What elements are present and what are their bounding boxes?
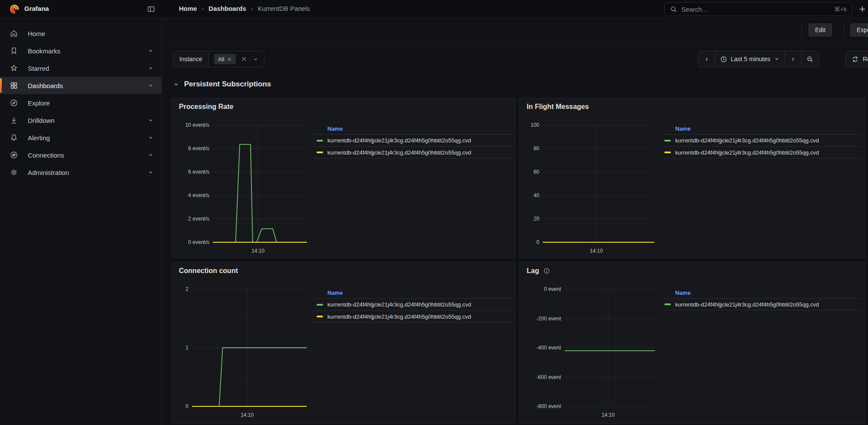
y-axis-tick-label: -600 event bbox=[520, 374, 561, 381]
app-title: Grafana bbox=[24, 5, 49, 12]
y-axis-tick-label: -800 event bbox=[520, 403, 561, 410]
add-icon[interactable] bbox=[858, 5, 867, 13]
chart-area[interactable]: 10 event/s8 event/s6 event/s4 event/s2 e… bbox=[172, 99, 515, 257]
export-button[interactable]: Export bbox=[850, 23, 868, 36]
legend-row[interactable]: kurrentdb-d24f4hljjcle21j4r3cg.d24f4h5g0… bbox=[313, 134, 512, 146]
sidebar-item-drilldown[interactable]: Drilldown bbox=[0, 112, 162, 129]
series-line-green bbox=[192, 348, 307, 406]
legend-series-name[interactable]: kurrentdb-d24f4hljjcle21j4r3cg.d24f4h5g0… bbox=[675, 137, 819, 144]
divider bbox=[802, 25, 802, 36]
y-axis-tick-label: -200 event bbox=[520, 315, 561, 322]
time-range-picker-button[interactable]: Last 5 minutes bbox=[715, 51, 785, 67]
sidebar-item-administration[interactable]: Administration bbox=[0, 164, 162, 181]
search-input[interactable]: Search... ⌘+k bbox=[664, 2, 852, 16]
search-shortcut: ⌘+k bbox=[834, 6, 847, 13]
legend-header-label[interactable]: Name bbox=[327, 290, 343, 296]
chevron-down-icon[interactable] bbox=[147, 82, 154, 89]
top-bar: Grafana Home›Dashboards›KurrentDB Panels… bbox=[0, 0, 868, 18]
chevron-down-icon[interactable] bbox=[147, 169, 154, 176]
legend-series-name[interactable]: kurrentdb-d24f4hljjcle21j4r3cg.d24f4h5g0… bbox=[327, 137, 471, 144]
legend-series-name[interactable]: kurrentdb-d24f4hljjcle21j4r3cg.d24f4h5g0… bbox=[327, 313, 471, 320]
y-axis-tick-label: 8 event/s bbox=[172, 145, 209, 152]
sidebar-item-label: Bookmarks bbox=[28, 47, 60, 55]
zoom-out-button[interactable] bbox=[801, 51, 818, 67]
gear-icon bbox=[10, 168, 18, 177]
legend-row[interactable]: kurrentdb-d24f4hljjcle21j4r3cg.d24f4h5g0… bbox=[661, 134, 862, 146]
sidebar-item-connections[interactable]: Connections bbox=[0, 146, 162, 164]
series-plot bbox=[565, 289, 655, 406]
chevron-down-icon[interactable] bbox=[147, 117, 154, 124]
section-title: Persistent Subscriptions bbox=[184, 80, 271, 89]
legend-header: Name bbox=[313, 123, 512, 134]
chevron-down-icon[interactable] bbox=[147, 134, 154, 141]
legend-header: Name bbox=[313, 287, 512, 298]
panel-processing-rate: Processing Rate 10 event/s8 event/s6 eve… bbox=[172, 98, 515, 258]
time-range-controls: Last 5 minutes bbox=[698, 51, 819, 67]
refresh-button[interactable]: Refresh bbox=[845, 51, 868, 67]
x-axis-tick-label: 14:10 bbox=[591, 412, 625, 418]
chevron-down-icon[interactable] bbox=[147, 152, 154, 158]
time-range-label: Last 5 minutes bbox=[731, 56, 770, 63]
y-axis-tick-label: 40 bbox=[520, 192, 539, 199]
section-persistent-subscriptions[interactable]: Persistent Subscriptions bbox=[173, 80, 271, 89]
x-axis-tick-label: 14:10 bbox=[230, 412, 264, 418]
legend-row[interactable]: kurrentdb-d24f4hljjcle21j4r3cg.d24f4h5g0… bbox=[313, 298, 512, 310]
chevron-down-icon[interactable] bbox=[147, 47, 154, 54]
legend-header-label[interactable]: Name bbox=[675, 290, 690, 296]
legend-header-label[interactable]: Name bbox=[327, 125, 343, 132]
sidebar-item-alerting[interactable]: Alerting bbox=[0, 129, 162, 146]
sidebar-item-label: Dashboards bbox=[28, 82, 63, 89]
sidebar-item-starred[interactable]: Starred bbox=[0, 59, 162, 77]
y-axis-tick-label: 0 event bbox=[520, 286, 561, 293]
legend-row[interactable]: kurrentdb-d24f4hljjcle21j4r3cg.d24f4h5g0… bbox=[313, 310, 512, 323]
breadcrumb-item-home[interactable]: Home bbox=[179, 5, 197, 12]
legend-row[interactable]: kurrentdb-d24f4hljjcle21j4r3cg.d24f4h5g0… bbox=[661, 146, 862, 158]
connections-icon bbox=[10, 151, 18, 159]
sidebar-item-explore[interactable]: Explore bbox=[0, 94, 162, 112]
filter-pill-label: All bbox=[218, 56, 224, 63]
filter-dropdown-chevron-icon[interactable] bbox=[252, 56, 259, 63]
filter-value-box[interactable]: All bbox=[209, 51, 264, 67]
sidebar-item-bookmarks[interactable]: Bookmarks bbox=[0, 42, 162, 59]
collapse-chevron-icon bbox=[173, 81, 179, 88]
legend-series-name[interactable]: kurrentdb-d24f4hljjcle21j4r3cg.d24f4h5g0… bbox=[327, 149, 471, 156]
grafana-logo-icon[interactable] bbox=[10, 4, 19, 14]
legend-series-name[interactable]: kurrentdb-d24f4hljjcle21j4r3cg.d24f4h5g0… bbox=[675, 301, 819, 308]
legend-row[interactable]: kurrentdb-d24f4hljjcle21j4r3cg.d24f4h5g0… bbox=[661, 298, 862, 310]
legend-row[interactable]: kurrentdb-d24f4hljjcle21j4r3cg.d24f4h5g0… bbox=[313, 146, 512, 158]
time-shift-back-button[interactable] bbox=[699, 51, 715, 67]
y-axis-tick-label: 2 bbox=[172, 286, 188, 293]
sidebar-item-label: Alerting bbox=[28, 134, 50, 142]
grid-icon bbox=[10, 81, 18, 90]
sidebar-item-home[interactable]: Home bbox=[0, 25, 162, 42]
x-axis-tick-label: 14:10 bbox=[241, 247, 275, 254]
sidebar-item-label: Connections bbox=[28, 152, 64, 159]
chevron-down-icon[interactable] bbox=[147, 65, 154, 72]
series-color-swatch bbox=[317, 152, 323, 153]
legend-series-name[interactable]: kurrentdb-d24f4hljjcle21j4r3cg.d24f4h5g0… bbox=[327, 301, 471, 308]
sidebar-item-label: Home bbox=[28, 30, 45, 37]
sidebar-item-dashboards[interactable]: Dashboards bbox=[0, 77, 162, 94]
sidebar-toggle-icon[interactable] bbox=[147, 5, 155, 13]
legend: Namekurrentdb-d24f4hljjcle21j4r3cg.d24f4… bbox=[313, 287, 512, 323]
breadcrumb-item-dashboards[interactable]: Dashboards bbox=[208, 5, 246, 12]
gridline-horizontal bbox=[565, 406, 655, 407]
clear-filter-icon[interactable] bbox=[241, 56, 247, 62]
legend-series-name[interactable]: kurrentdb-d24f4hljjcle21j4r3cg.d24f4h5g0… bbox=[675, 149, 819, 156]
chart-area[interactable]: 10080604020014:10 bbox=[520, 99, 865, 257]
series-color-swatch bbox=[317, 304, 323, 306]
bookmark-icon bbox=[10, 46, 18, 55]
legend-header-label[interactable]: Name bbox=[675, 125, 690, 132]
instance-filter: Instance All bbox=[173, 51, 264, 67]
panel-lag: Lag 0 event-200 event-400 event-600 even… bbox=[519, 262, 865, 424]
y-axis-tick-label: 1 bbox=[172, 344, 188, 351]
edit-button[interactable]: Edit bbox=[809, 23, 832, 36]
filter-pill-all[interactable]: All bbox=[214, 54, 236, 64]
time-shift-forward-button[interactable] bbox=[785, 51, 801, 67]
y-axis-tick-label: -400 event bbox=[520, 344, 561, 351]
y-axis-tick-label: 4 event/s bbox=[172, 192, 209, 199]
legend: Namekurrentdb-d24f4hljjcle21j4r3cg.d24f4… bbox=[661, 287, 862, 310]
sidebar-item-label: Starred bbox=[28, 65, 49, 72]
filter-label: Instance bbox=[173, 51, 209, 67]
remove-value-icon[interactable] bbox=[227, 57, 232, 62]
